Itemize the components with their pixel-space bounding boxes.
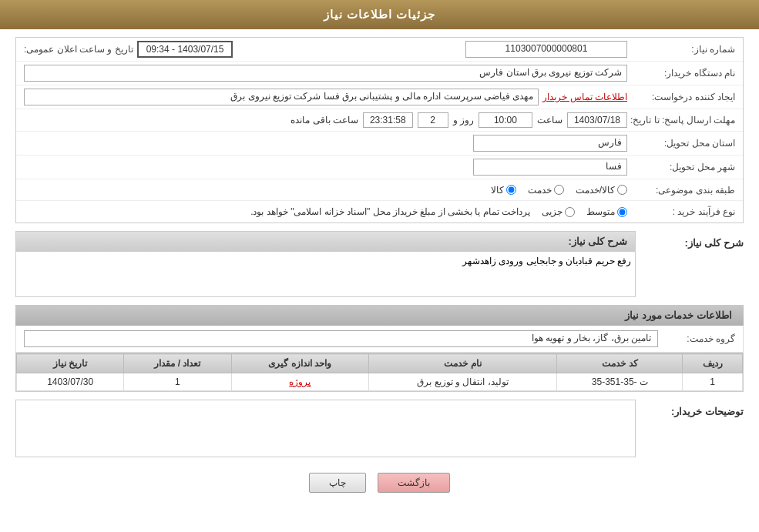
tawzih-label: توضیحات خریدار: — [636, 400, 744, 417]
cell-date: 1403/07/30 — [17, 373, 124, 391]
tabaqe-kala-radio[interactable] — [506, 185, 516, 195]
tawzih-textarea[interactable] — [16, 400, 635, 454]
shmare-niyaz-value: 1103007000000801 — [465, 41, 627, 58]
col-date: تاریخ نیاز — [17, 354, 124, 373]
sharh-textarea[interactable] — [16, 252, 635, 294]
tabaqe-kala-khidmat-radio[interactable] — [617, 185, 627, 195]
khadamat-table-section: ردیف کد خدمت نام خدمت واحد اندازه گیری ت… — [15, 353, 744, 392]
nogh-jozi-label: جزیی — [542, 206, 563, 217]
ostan-value: فارس — [473, 135, 627, 152]
tabaqe-kala-label: کالا — [491, 185, 504, 196]
buttons-row: بازگشت چاپ — [15, 465, 744, 500]
khadamat-section: اطلاعات خدمات مورد نیاز گروه خدمت: تامین… — [15, 305, 744, 392]
back-button[interactable]: بازگشت — [378, 473, 450, 493]
tabaqe-kala: کالا — [491, 185, 516, 196]
tabaqe-radio-group: کالا/خدمت خدمت کالا — [491, 185, 627, 196]
nogh-jozi: جزیی — [542, 206, 575, 217]
name-khardar-row: نام دستگاه خریدار: شرکت توزیع نیروی برق … — [16, 62, 743, 85]
name-khardar-label: نام دستگاه خریدار: — [627, 68, 735, 79]
mohlat-label: مهلت ارسال پاسخ: تا تاریخ: — [627, 115, 735, 125]
nogh-note: پرداخت تمام یا بخشی از مبلغ خریداز محل "… — [250, 206, 530, 217]
goroh-value: تامین برق، گاز، بخار و تهویه هوا — [24, 330, 658, 347]
ejad-contact-link[interactable]: اطلاعات تماس خریدار — [542, 92, 627, 102]
col-qty: تعداد / مقدار — [124, 354, 231, 373]
shahr-row: شهر محل تحویل: فسا — [16, 156, 743, 179]
page-title: جزئیات اطلاعات نیاز — [0, 0, 759, 29]
ostan-label: استان محل تحویل: — [627, 138, 735, 149]
mohlat-row: مهلت ارسال پاسخ: تا تاریخ: 1403/07/18 سا… — [16, 109, 743, 132]
nogh-motawaset-label: متوسط — [586, 206, 615, 217]
name-khardar-value: شرکت توزیع نیروی برق استان فارس — [24, 65, 627, 82]
nogh-radio-group: متوسط جزیی — [542, 206, 627, 217]
announcement-value: 1403/07/15 - 09:34 — [137, 41, 233, 58]
nogh-label: نوع فرآیند خرید : — [627, 206, 735, 217]
sharh-section-header: شرح کلی نیاز: — [15, 231, 636, 251]
nogh-motawaset: متوسط — [586, 206, 627, 217]
nogh-jozi-radio[interactable] — [565, 207, 575, 217]
col-code: کد خدمت — [557, 354, 683, 373]
ostan-row: استان محل تحویل: فارس — [16, 132, 743, 156]
cell-code: ت -35-351-35 — [557, 373, 683, 391]
mohlat-rooz-label: روز و — [453, 115, 474, 125]
nogh-row: نوع فرآیند خرید : متوسط جزیی پرداخت تمام… — [16, 201, 743, 223]
mohlat-date: 1403/07/18 — [567, 112, 627, 128]
sharh-label: شرح کلی نیاز: — [636, 231, 744, 249]
mohlat-baqi-label: ساعت باقی مانده — [291, 115, 358, 125]
tabaqe-khidmat-label: خدمت — [528, 185, 552, 196]
ejad-row: ایجاد کننده درخواست: اطلاعات تماس خریدار… — [16, 85, 743, 109]
col-unit: واحد اندازه گیری — [231, 354, 368, 373]
ejad-label: ایجاد کننده درخواست: — [627, 92, 735, 102]
table-row: 1 ت -35-351-35 تولید، انتقال و توزیع برق… — [17, 373, 743, 391]
mohlat-rooz: 2 — [418, 112, 448, 128]
cell-name: تولید، انتقال و توزیع برق — [368, 373, 557, 391]
print-button[interactable]: چاپ — [309, 473, 366, 493]
tabaqe-kala-khidmat: کالا/خدمت — [576, 185, 627, 196]
mohlat-saat: 10:00 — [479, 112, 532, 128]
tawzih-section: توضیحات خریدار: — [15, 400, 744, 457]
announcement-label: تاریخ و ساعت اعلان عمومی: — [24, 44, 133, 55]
cell-qty: 1 — [124, 373, 231, 391]
tabaqe-row: طبقه بندی موضوعی: کالا/خدمت خدمت کالا — [16, 179, 743, 201]
khadamat-table: ردیف کد خدمت نام خدمت واحد اندازه گیری ت… — [16, 353, 743, 391]
col-radif: ردیف — [683, 354, 743, 373]
tabaqe-khidmat: خدمت — [528, 185, 564, 196]
tabaqe-kala-khidmat-label: کالا/خدمت — [576, 185, 615, 196]
shmare-row: شماره نیاز: 1103007000000801 1403/07/15 … — [16, 38, 743, 62]
goroh-row: گروه خدمت: تامین برق، گاز، بخار و تهویه … — [15, 326, 744, 353]
tabaqe-label: طبقه بندی موضوعی: — [627, 185, 735, 196]
goroh-label: گروه خدمت: — [658, 333, 735, 344]
khadamat-header: اطلاعات خدمات مورد نیاز — [15, 305, 744, 326]
tabaqe-khidmat-radio[interactable] — [554, 185, 564, 195]
cell-radif: 1 — [683, 373, 743, 391]
cell-unit: پروژه — [231, 373, 368, 391]
shahr-label: شهر محل تحویل: — [627, 162, 735, 172]
shmare-niyaz-label: شماره نیاز: — [627, 44, 735, 55]
nogh-motawaset-radio[interactable] — [617, 207, 627, 217]
ejad-value: مهدی فیاضی سرپرست اداره مالی و پشتیبانی … — [24, 89, 539, 105]
mohlat-saat-label: ساعت — [537, 115, 563, 125]
shahr-value: فسا — [473, 159, 627, 176]
col-name: نام خدمت — [368, 354, 557, 373]
mohlat-baqi: 23:31:58 — [363, 112, 413, 128]
